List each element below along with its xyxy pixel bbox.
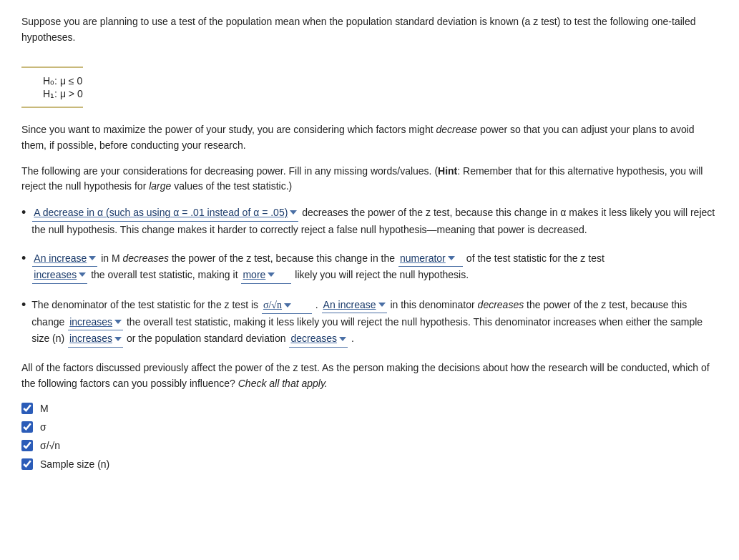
- bullet1-content: A decrease in α (such as using α = .01 i…: [31, 205, 718, 237]
- checkbox-sigma[interactable]: [21, 421, 33, 433]
- bullet3-increases2-dropdown[interactable]: increases: [68, 330, 123, 347]
- bullet3-an-increase-dropdown[interactable]: An increase: [322, 297, 387, 313]
- bullet3-increases-label: increases: [69, 314, 112, 330]
- bullet2-numerator-label: numerator: [400, 250, 446, 266]
- checkbox-M[interactable]: [21, 403, 33, 414]
- bullet2-more-arrow: [268, 272, 275, 277]
- checkbox-sigma-sqrt-n[interactable]: [21, 440, 33, 451]
- bullet2-an-increase-arrow: [89, 256, 96, 260]
- large-italic: large: [149, 180, 171, 192]
- checkbox-item-sigma: σ: [21, 421, 718, 433]
- checkbox-M-label: M: [40, 403, 49, 414]
- bullet3-text3: in this denominator: [390, 299, 477, 310]
- bullet1-dot: •: [21, 205, 26, 221]
- bullet2-increases-dropdown[interactable]: increases: [32, 267, 87, 283]
- bullet3-text7: .: [351, 333, 354, 344]
- bullet3-increases2-label: increases: [69, 330, 112, 346]
- bullet2-text2: the power of the z test, because this ch…: [169, 252, 398, 264]
- checkbox-item-sample-size: Sample size (n): [21, 458, 718, 470]
- bullet3-text1: The denominator of the test statistic fo…: [31, 299, 261, 310]
- bullet3-decreases-arrow: [339, 337, 346, 341]
- h1-label: H₁: μ > 0: [43, 88, 83, 99]
- bullet1-section: • A decrease in α (such as using α = .01…: [21, 205, 718, 237]
- bullet2-text1: in M: [101, 252, 122, 264]
- checkbox-sample-size[interactable]: [21, 458, 33, 470]
- bullet2-more-label: more: [243, 267, 265, 283]
- conclusion-paragraph: All of the factors discussed previously …: [21, 360, 718, 391]
- bullet3-decreases: decreases: [478, 299, 524, 310]
- bullet3-sigma-dropdown[interactable]: σ/√n: [262, 298, 312, 314]
- checkboxes-section: M σ σ/√n Sample size (n): [21, 403, 718, 470]
- bullet1-dropdown[interactable]: A decrease in α (such as using α = .01 i…: [32, 205, 298, 221]
- bullet2-increases-label: increases: [34, 267, 77, 283]
- decrease-italic: decrease: [436, 124, 477, 135]
- checkbox-sigma-label: σ: [40, 421, 47, 433]
- bullet3-text2: .: [315, 299, 321, 310]
- bullet3-an-increase-label: An increase: [323, 297, 376, 313]
- bullet3-text6: or the population standard deviation: [127, 333, 289, 344]
- bullet3-dot: •: [21, 297, 26, 313]
- bullet3-decreases-label: decreases: [290, 330, 337, 346]
- bullet3-content: The denominator of the test statistic fo…: [31, 297, 718, 348]
- bullet1-dropdown-arrow: [290, 210, 297, 215]
- checkbox-sigma-sqrt-n-label: σ/√n: [40, 440, 60, 451]
- bullet2-increases-arrow: [79, 272, 86, 277]
- bullet2-text4: the overall test statistic, making it: [91, 269, 240, 280]
- conclusion-italic: Check all that apply.: [238, 378, 328, 389]
- bullet2-numerator-dropdown[interactable]: numerator: [398, 250, 463, 267]
- bullet2-an-increase-dropdown[interactable]: An increase: [32, 250, 97, 267]
- bullet2-content: An increase in M decreases the power of …: [31, 250, 718, 284]
- bullet2-numerator-arrow: [448, 256, 455, 260]
- bullet2-decreases: decreases: [122, 252, 169, 264]
- hint-bold: Hint: [438, 165, 457, 177]
- bullet2-an-increase-label: An increase: [34, 250, 87, 266]
- hypothesis-block: H₀: μ ≤ 0 H₁: μ > 0: [21, 67, 83, 108]
- checkbox-item-sigma-sqrt-n: σ/√n: [21, 440, 718, 451]
- bullet3-an-increase-arrow: [378, 303, 386, 307]
- bullet2-text3: of the test statistic for the z test: [466, 252, 605, 264]
- bullet3-sigma-arrow: [284, 303, 291, 308]
- checkbox-sample-size-label: Sample size (n): [40, 458, 109, 470]
- bullet3-increases-dropdown[interactable]: increases: [68, 314, 123, 330]
- bullet2-dot: •: [21, 250, 26, 267]
- conclusion-text: All of the factors discussed previously …: [21, 362, 710, 389]
- bullet2-more-dropdown[interactable]: more: [241, 267, 291, 283]
- bullet3-increases2-arrow: [114, 337, 122, 341]
- bullet3-decreases-dropdown[interactable]: decreases: [289, 330, 348, 347]
- intro-paragraph3: The following are your considerations fo…: [21, 164, 718, 195]
- bullet1-dropdown-label: A decrease in α (such as using α = .01 i…: [34, 205, 288, 220]
- h0-label: H₀: μ ≤ 0: [43, 75, 83, 87]
- intro-paragraph2: Since you want to maximize the power of …: [21, 122, 718, 153]
- intro-paragraph1: Suppose you are planning to use a test o…: [21, 14, 718, 45]
- bullet2-section: • An increase in M decreases the power o…: [21, 250, 718, 284]
- bullet3-section: • The denominator of the test statistic …: [21, 297, 718, 348]
- bullet3-sigma-label: σ/√n: [263, 298, 282, 313]
- checkbox-item-M: M: [21, 403, 718, 414]
- bullet2-text5: likely you will reject the null hypothes…: [295, 269, 469, 280]
- bullet3-increases-arrow: [114, 320, 122, 324]
